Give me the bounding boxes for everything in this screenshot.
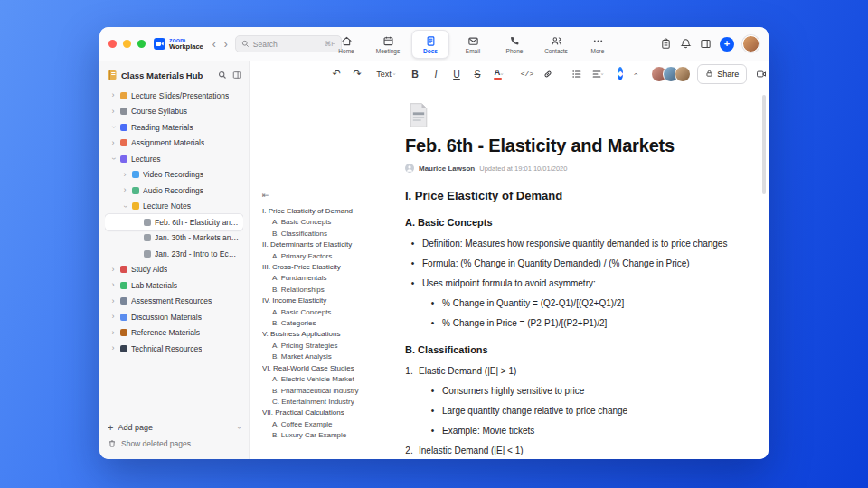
- outline-item[interactable]: B. Luxury Car Example: [262, 430, 401, 441]
- add-page-button[interactable]: + Add page ›: [105, 419, 243, 436]
- tab-contacts[interactable]: Contacts: [538, 31, 574, 58]
- sidebar-item[interactable]: Feb. 6th - Elasticity and M...: [105, 214, 243, 230]
- document-meta: Maurice Lawson Updated at 19:01 10/01/20…: [405, 164, 769, 173]
- sidebar-item[interactable]: ›Study Aids: [105, 262, 243, 278]
- sidebar-search-icon[interactable]: [218, 70, 227, 80]
- outline-item[interactable]: II. Determinants of Elasticity: [262, 239, 401, 250]
- font-color-button[interactable]: A ›: [489, 65, 507, 83]
- close-window-button[interactable]: [108, 40, 117, 48]
- code-button[interactable]: </>: [518, 65, 536, 83]
- tab-more[interactable]: More: [580, 31, 616, 58]
- chevron-down-icon[interactable]: ›: [121, 202, 129, 210]
- chevron-right-icon[interactable]: ›: [109, 328, 117, 336]
- chevron-right-icon[interactable]: ›: [109, 265, 117, 273]
- outline-item[interactable]: B. Categories: [262, 318, 401, 329]
- italic-button[interactable]: I: [427, 65, 445, 83]
- text-style-dropdown[interactable]: Text ›: [377, 65, 395, 83]
- outline-item[interactable]: III. Cross-Price Elasticity: [262, 262, 401, 273]
- chevron-right-icon[interactable]: ›: [109, 107, 117, 115]
- bullet-list-icon[interactable]: [568, 65, 586, 83]
- tab-phone[interactable]: Phone: [496, 31, 533, 58]
- outline-item[interactable]: B. Relationships: [262, 285, 401, 296]
- show-deleted-pages-button[interactable]: Show deleted pages: [105, 436, 243, 452]
- bold-button[interactable]: B: [406, 65, 424, 83]
- clipboard-icon[interactable]: [660, 38, 672, 50]
- chevron-right-icon[interactable]: ›: [109, 344, 117, 352]
- outline-item[interactable]: A. Basic Concepts: [262, 217, 401, 228]
- ai-companion-button[interactable]: ◆: [618, 67, 623, 80]
- outline-item[interactable]: I. Price Elasticity of Demand: [262, 206, 401, 217]
- sidebar-item[interactable]: ›Course Syllabus: [105, 104, 243, 120]
- chevron-right-icon[interactable]: ›: [109, 281, 117, 289]
- outline-item[interactable]: A. Basic Concepts: [262, 307, 401, 318]
- collaborator-avatars[interactable]: [651, 66, 691, 82]
- side-panel-icon[interactable]: [700, 38, 712, 50]
- undo-icon[interactable]: ↶: [327, 65, 345, 83]
- sidebar-item[interactable]: Jan. 30th - Markets and P...: [105, 230, 243, 247]
- outline-item[interactable]: A. Electric Vehicle Market: [262, 374, 401, 385]
- outline-item[interactable]: B. Classifications: [262, 229, 401, 239]
- outline-item[interactable]: A. Pricing Strategies: [262, 341, 401, 352]
- sidebar-item[interactable]: ›Lecture Notes: [105, 199, 243, 215]
- collapse-outline-icon[interactable]: ⇤: [262, 191, 269, 200]
- user-avatar[interactable]: [742, 35, 760, 52]
- outline-item[interactable]: A. Fundamentals: [262, 273, 401, 284]
- maximize-window-button[interactable]: [137, 40, 146, 48]
- document-content[interactable]: Feb. 6th - Elasticity and Markets Mauric…: [405, 101, 769, 459]
- outline-item[interactable]: IV. Income Elasticity: [262, 296, 401, 306]
- tab-docs[interactable]: Docs: [411, 30, 449, 59]
- sidebar-item[interactable]: ›Lecture Slides/Presentations: [105, 88, 243, 104]
- sidebar-item[interactable]: ›Lectures: [105, 151, 243, 167]
- share-button[interactable]: Share: [697, 64, 747, 84]
- collapse-toolbar-chevron-icon[interactable]: ›: [626, 65, 644, 83]
- video-icon[interactable]: [752, 65, 769, 83]
- link-icon[interactable]: [539, 65, 557, 83]
- sidebar-item[interactable]: ›Reference Materials: [105, 325, 243, 342]
- item-label: Technical Resources: [131, 344, 202, 353]
- strikethrough-button[interactable]: S: [468, 65, 486, 83]
- outline-item[interactable]: VII. Practical Calculations: [262, 408, 401, 418]
- chevron-right-icon[interactable]: ›: [121, 170, 128, 178]
- chevron-right-icon[interactable]: ›: [109, 91, 117, 99]
- redo-icon[interactable]: ↷: [348, 65, 366, 83]
- align-icon[interactable]: ›: [589, 65, 607, 83]
- sidebar-item[interactable]: ›Lab Materials: [105, 277, 243, 294]
- outline-item[interactable]: C. Entertainment Industry: [262, 397, 401, 408]
- add-page-chevron-icon[interactable]: ›: [235, 427, 243, 429]
- underline-button[interactable]: U: [448, 65, 466, 83]
- tab-home[interactable]: Home: [328, 31, 364, 58]
- sidebar-panel-icon[interactable]: [232, 70, 241, 80]
- content-bullet-item: •Consumers highly sensitive to price: [429, 386, 769, 398]
- sidebar-item[interactable]: ›Audio Recordings: [105, 183, 243, 199]
- outline-item[interactable]: B. Market Analysis: [262, 352, 401, 362]
- tab-meetings[interactable]: Meetings: [370, 31, 406, 58]
- chevron-down-icon[interactable]: ›: [109, 124, 118, 131]
- outline-item[interactable]: V. Business Applications: [262, 329, 401, 340]
- global-search-input[interactable]: Search ⌘F: [235, 35, 342, 52]
- bell-icon[interactable]: [680, 38, 692, 50]
- chevron-right-icon[interactable]: ›: [109, 313, 117, 321]
- tab-email[interactable]: Email: [455, 31, 491, 58]
- minimize-window-button[interactable]: [123, 40, 131, 48]
- chevron-right-icon[interactable]: ›: [109, 296, 117, 305]
- document-title[interactable]: Feb. 6th - Elasticity and Markets: [405, 136, 769, 156]
- outline-item[interactable]: A. Coffee Example: [262, 419, 401, 430]
- sidebar-item[interactable]: ›Technical Resources: [105, 341, 243, 357]
- chevron-right-icon[interactable]: ›: [121, 186, 128, 194]
- item-icon: [132, 202, 139, 210]
- back-button[interactable]: ‹: [212, 39, 216, 50]
- sidebar-item[interactable]: ›Reading Materials: [105, 119, 243, 136]
- outline-item[interactable]: A. Primary Factors: [262, 251, 401, 262]
- outline-item[interactable]: VI. Real-World Case Studies: [262, 363, 401, 374]
- chevron-down-icon[interactable]: ›: [109, 155, 118, 163]
- forward-button[interactable]: ›: [224, 39, 228, 50]
- new-plus-button[interactable]: +: [720, 37, 734, 52]
- sidebar-item[interactable]: ›Discussion Materials: [105, 309, 243, 325]
- sidebar-item[interactable]: ›Assessment Resources: [105, 294, 243, 310]
- sidebar-item[interactable]: ›Assignment Materials: [105, 136, 243, 152]
- outline-item[interactable]: B. Pharmaceutical Industry: [262, 386, 401, 397]
- sidebar-header: Class Materials Hub: [105, 68, 243, 88]
- sidebar-item[interactable]: Jan. 23rd - Intro to Econo...: [105, 246, 243, 262]
- chevron-right-icon[interactable]: ›: [109, 138, 117, 146]
- sidebar-item[interactable]: ›Video Recordings: [105, 167, 243, 183]
